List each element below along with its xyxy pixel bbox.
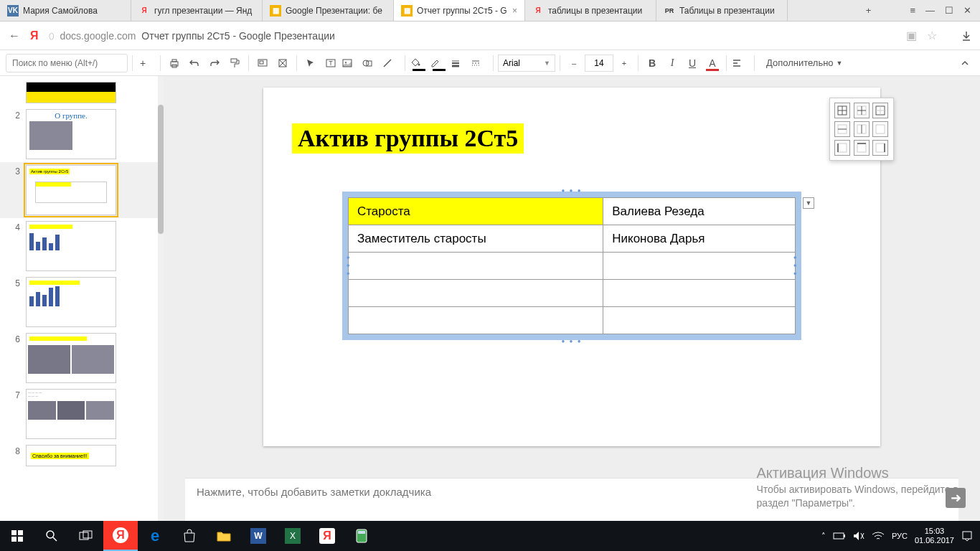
browser-tab[interactable]: Я гугл презентации — Янд bbox=[131, 0, 263, 21]
border-horizontal-icon[interactable] bbox=[834, 121, 850, 137]
downloads-icon[interactable] bbox=[961, 31, 971, 41]
new-tab-button[interactable]: + bbox=[866, 5, 872, 16]
paint-format-icon[interactable] bbox=[225, 54, 244, 72]
table-cell[interactable] bbox=[349, 280, 603, 307]
calculator-icon[interactable] bbox=[344, 521, 379, 551]
align-icon[interactable] bbox=[731, 54, 750, 72]
border-color-icon[interactable] bbox=[430, 54, 448, 72]
browser-tab[interactable]: ▦ Google Презентации: бе bbox=[263, 0, 394, 21]
slide-thumb[interactable]: 6 bbox=[0, 330, 158, 386]
task-view-icon[interactable] bbox=[69, 521, 103, 551]
clock[interactable]: 15:03 01.06.2017 bbox=[915, 527, 954, 545]
border-vertical-icon[interactable] bbox=[854, 121, 870, 137]
italic-button[interactable]: I bbox=[663, 54, 682, 72]
border-top-icon[interactable] bbox=[854, 140, 870, 156]
table-menu-icon[interactable]: ▼ bbox=[803, 197, 814, 209]
wifi-icon[interactable] bbox=[872, 531, 885, 541]
maximize-icon[interactable]: ☐ bbox=[945, 5, 953, 16]
resize-handle-bottom[interactable]: ● ● ● bbox=[562, 338, 583, 344]
browser-tab[interactable]: PR Таблицы в презентации bbox=[656, 0, 788, 21]
yandex-home-icon[interactable]: Я bbox=[30, 29, 39, 42]
table-cell[interactable] bbox=[349, 253, 603, 280]
thumbnail-scrollbar[interactable] bbox=[158, 76, 164, 521]
yandex-app-icon[interactable]: Я bbox=[310, 521, 344, 551]
word-icon[interactable]: W bbox=[241, 521, 275, 551]
slide[interactable]: Актив группы 2Ст5 ● ● ● ● ● ● ● ● ● ● ● … bbox=[263, 88, 880, 446]
font-increase-icon[interactable]: + bbox=[615, 54, 633, 72]
table-cell[interactable] bbox=[349, 307, 603, 334]
search-icon[interactable] bbox=[34, 521, 69, 551]
table-cell[interactable] bbox=[603, 280, 796, 307]
explorer-icon[interactable] bbox=[207, 521, 241, 551]
table-cell[interactable] bbox=[603, 253, 796, 280]
textbox-icon[interactable]: T bbox=[321, 54, 340, 72]
browser-tab[interactable]: VK Мария Самойлова bbox=[0, 0, 131, 21]
bookmark-icon[interactable]: ☆ bbox=[927, 29, 937, 42]
border-right-icon[interactable] bbox=[872, 140, 888, 156]
menu-search-input[interactable] bbox=[6, 54, 128, 72]
excel-icon[interactable]: X bbox=[275, 521, 310, 551]
border-outer-icon[interactable] bbox=[872, 103, 888, 118]
help-fab-icon[interactable]: ➜ bbox=[946, 488, 966, 508]
slide-thumb[interactable] bbox=[0, 79, 158, 106]
border-all-icon[interactable] bbox=[834, 103, 850, 118]
slide-table[interactable]: СтаростаВалиева Резеда Заместитель старо… bbox=[348, 197, 796, 334]
url-field[interactable]: ⬯ docs.google.com Отчет группы 2Ст5 - Go… bbox=[49, 30, 897, 42]
volume-icon[interactable] bbox=[853, 531, 864, 541]
undo-icon[interactable] bbox=[185, 54, 204, 72]
tray-chevron-icon[interactable]: ˄ bbox=[821, 532, 826, 541]
close-icon[interactable]: × bbox=[512, 6, 517, 16]
table-cell[interactable]: Староста bbox=[349, 198, 603, 225]
border-weight-icon[interactable] bbox=[450, 54, 468, 72]
menu-icon[interactable]: ≡ bbox=[910, 5, 915, 16]
table-cell[interactable]: Никонова Дарья bbox=[603, 225, 796, 253]
slide-thumb[interactable]: 8 Спасибо за внимание!!! bbox=[0, 442, 158, 469]
resize-handle-right[interactable]: ● ● ● bbox=[792, 255, 798, 276]
slide-table-selection[interactable]: ● ● ● ● ● ● ● ● ● ● ● ● СтаростаВалиева … bbox=[342, 192, 801, 340]
select-icon[interactable] bbox=[301, 54, 320, 72]
slide-thumb[interactable]: 2 О группе. bbox=[0, 106, 158, 162]
close-icon[interactable]: ✕ bbox=[963, 5, 971, 16]
font-family-select[interactable]: Arial▼ bbox=[498, 55, 555, 72]
browser-tab[interactable]: Я таблицы в презентации bbox=[525, 0, 656, 21]
resize-handle-left[interactable]: ● ● ● bbox=[345, 255, 352, 276]
battery-icon[interactable] bbox=[833, 532, 846, 540]
shape-icon[interactable] bbox=[362, 54, 380, 72]
scrollbar-thumb[interactable] bbox=[158, 105, 164, 234]
collapse-toolbar-icon[interactable] bbox=[956, 54, 974, 72]
table-cell[interactable]: Заместитель старосты bbox=[349, 225, 603, 253]
slide-title[interactable]: Актив группы 2Ст5 bbox=[292, 123, 524, 154]
slide-thumb[interactable]: 4 bbox=[0, 218, 158, 274]
border-none-icon[interactable] bbox=[872, 121, 888, 137]
text-color-icon[interactable]: A bbox=[703, 54, 722, 72]
store-icon[interactable] bbox=[172, 521, 207, 551]
image-icon[interactable] bbox=[341, 54, 360, 72]
more-options-button[interactable]: Дополнительно ▼ bbox=[759, 57, 850, 68]
table-cell[interactable] bbox=[603, 307, 796, 334]
notifications-icon[interactable] bbox=[961, 530, 973, 542]
back-icon[interactable]: ← bbox=[9, 29, 20, 42]
edge-icon[interactable]: e bbox=[138, 521, 172, 551]
table-cell[interactable]: Валиева Резеда bbox=[603, 198, 796, 225]
language-indicator[interactable]: РУС bbox=[892, 532, 908, 540]
zoom-icon[interactable] bbox=[253, 54, 272, 72]
start-button[interactable] bbox=[0, 521, 34, 551]
slide-thumb[interactable]: 5 bbox=[0, 274, 158, 330]
fill-color-icon[interactable] bbox=[410, 54, 428, 72]
new-slide-button[interactable]: + bbox=[137, 54, 156, 72]
border-inner-icon[interactable] bbox=[854, 103, 870, 118]
minimize-icon[interactable]: — bbox=[925, 5, 935, 16]
fit-icon[interactable] bbox=[273, 54, 292, 72]
yandex-browser-icon[interactable]: Я bbox=[103, 521, 138, 551]
font-decrease-icon[interactable]: – bbox=[565, 54, 583, 72]
underline-button[interactable]: U bbox=[683, 54, 702, 72]
line-icon[interactable] bbox=[382, 54, 400, 72]
slide-thumb-selected[interactable]: 3 Актив группы 2Ст5 bbox=[0, 162, 158, 218]
bold-button[interactable]: B bbox=[643, 54, 661, 72]
border-left-icon[interactable] bbox=[834, 140, 850, 156]
slide-thumb[interactable]: 7 — — — —— — — bbox=[0, 386, 158, 442]
font-size-input[interactable]: 14 bbox=[585, 55, 613, 72]
redo-icon[interactable] bbox=[205, 54, 224, 72]
browser-tab-active[interactable]: ▦ Отчет группы 2Ст5 - G × bbox=[394, 0, 525, 21]
protect-icon[interactable]: ▣ bbox=[906, 29, 917, 42]
